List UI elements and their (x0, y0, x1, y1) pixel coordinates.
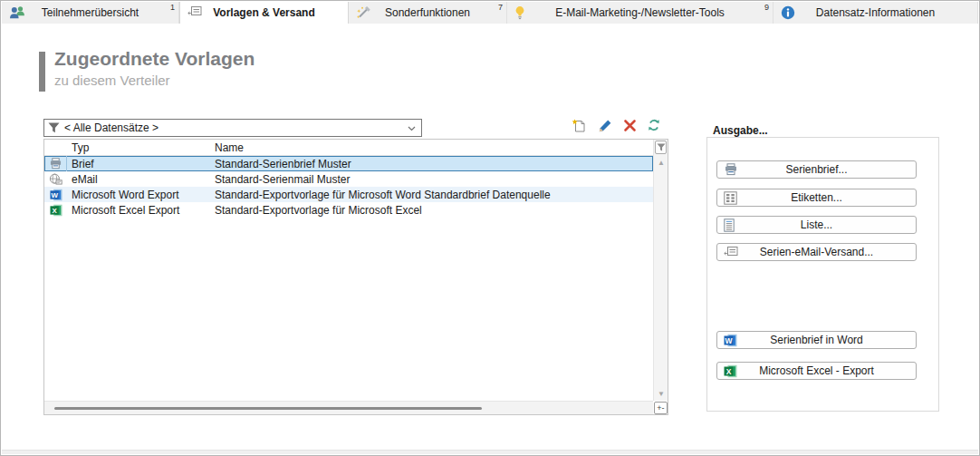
button-label: Liste... (801, 218, 832, 231)
labels-grid-icon (724, 191, 738, 205)
heading-accent-bar (39, 52, 45, 92)
tab-teilnehmeruebersicht[interactable]: Teilnehmerübersicht 1 (2, 2, 179, 24)
people-icon (9, 5, 25, 20)
tab-label: Vorlagen & Versand (213, 6, 314, 19)
refresh-icon[interactable] (648, 119, 664, 135)
edit-pencil-icon[interactable] (598, 119, 614, 135)
page-subtitle: zu diesem Verteiler (54, 73, 170, 88)
scroll-down-icon[interactable]: ▼ (654, 388, 668, 401)
printer-icon (724, 163, 738, 177)
horizontal-scroll-thumb[interactable] (54, 407, 482, 410)
svg-text:X: X (726, 367, 732, 376)
new-record-icon[interactable] (572, 119, 588, 135)
list-icon (724, 218, 738, 232)
serien-email-versand-button[interactable]: Serien-eMail-Versand... (716, 243, 917, 261)
tab-datensatz-informationen[interactable]: Datensatz-Informationen (773, 2, 978, 24)
table-row-brief[interactable]: Brief Standard-Serienbrief Muster (44, 156, 653, 171)
excel-icon: X (44, 204, 67, 217)
funnel-icon (48, 122, 60, 133)
cell-typ: Microsoft Word Export (67, 189, 210, 201)
column-resize-button[interactable]: +- (654, 402, 668, 414)
button-label: Serienbrief in Word (770, 334, 863, 346)
cell-typ: Microsoft Excel Export (67, 204, 210, 217)
filter-value: < Alle Datensätze > (64, 121, 159, 134)
cell-name: Standard-Serienbrief Muster (210, 158, 653, 170)
table-body: Brief Standard-Serienbrief Muster eMail … (44, 156, 653, 218)
svg-text:W: W (725, 336, 733, 345)
column-header-name[interactable]: Name (215, 141, 244, 154)
table-row-email[interactable]: eMail Standard-Serienmail Muster (44, 171, 653, 187)
column-filter-icon[interactable] (655, 141, 667, 154)
word-icon: W (724, 334, 738, 347)
info-icon (781, 5, 797, 20)
window-footer-strip (2, 450, 978, 454)
cell-name: Standard-Exportvorlage für Microsoft Wor… (210, 189, 653, 201)
button-label: Etiketten... (791, 191, 842, 204)
tab-label: Sonderfunktionen (385, 6, 470, 19)
table-row-excel-export[interactable]: X Microsoft Excel Export Standard-Export… (44, 202, 653, 218)
svg-text:W: W (51, 190, 58, 199)
cell-name: Standard-Serienmail Muster (210, 173, 653, 186)
output-group-title: Ausgabe... (710, 124, 771, 137)
lightbulb-icon (514, 5, 531, 20)
mail-send-icon (724, 246, 738, 259)
button-label: Serien-eMail-Versand... (760, 246, 873, 258)
serienbrief-in-word-button[interactable]: W Serienbrief in Word (716, 331, 917, 349)
cell-typ: Brief (67, 158, 210, 170)
tab-label: E-Mail-Marketing-/Newsletter-Tools (555, 6, 725, 19)
globe-mail-icon (44, 173, 67, 185)
app-window: Teilnehmerübersicht 1 Vorlagen & Versand (0, 0, 980, 456)
horizontal-scrollbar[interactable] (44, 401, 653, 414)
serienbrief-button[interactable]: Serienbrief... (716, 160, 917, 179)
filter-dropdown[interactable]: < Alle Datensätze > (43, 119, 422, 137)
printer-icon (44, 156, 67, 171)
liste-button[interactable]: Liste... (716, 216, 917, 234)
chevron-down-icon (408, 126, 416, 131)
cell-typ: eMail (67, 173, 210, 186)
tab-label: Datensatz-Informationen (816, 6, 935, 19)
tab-badge: 9 (764, 3, 769, 12)
tab-email-marketing-newsletter-tools[interactable]: E-Mail-Marketing-/Newsletter-Tools 9 (507, 2, 773, 24)
tab-sonderfunktionen[interactable]: Sonderfunktionen 7 (349, 2, 507, 24)
cell-name: Standard-Exportvorlage für Microsoft Exc… (210, 204, 653, 217)
table-row-word-export[interactable]: W Microsoft Word Export Standard-Exportv… (44, 187, 653, 202)
scroll-up-icon[interactable]: ▲ (654, 157, 668, 170)
wand-icon (356, 5, 372, 20)
word-icon: W (44, 189, 67, 201)
tab-label: Teilnehmerübersicht (42, 6, 139, 19)
page-title: Zugeordnete Vorlagen (54, 48, 255, 70)
microsoft-excel-export-button[interactable]: X Microsoft Excel - Export (716, 362, 917, 380)
column-header-typ[interactable]: Typ (72, 141, 89, 154)
mail-card-icon (187, 5, 204, 20)
button-label: Microsoft Excel - Export (759, 364, 874, 377)
delete-x-icon[interactable] (623, 119, 639, 135)
templates-table: Typ Name Brief Standard-Serienbrief Must… (43, 139, 668, 415)
excel-icon: X (724, 364, 738, 378)
tab-badge: 1 (170, 3, 175, 12)
table-header[interactable]: Typ Name (44, 140, 653, 156)
etiketten-button[interactable]: Etiketten... (716, 189, 917, 207)
svg-text:X: X (52, 206, 57, 214)
vertical-scrollbar[interactable]: ▲ ▼ (653, 140, 668, 401)
button-label: Serienbrief... (785, 163, 847, 176)
tab-bar: Teilnehmerübersicht 1 Vorlagen & Versand (2, 2, 978, 24)
tab-vorlagen-versand[interactable]: Vorlagen & Versand (179, 2, 349, 24)
tab-badge: 7 (498, 3, 503, 12)
